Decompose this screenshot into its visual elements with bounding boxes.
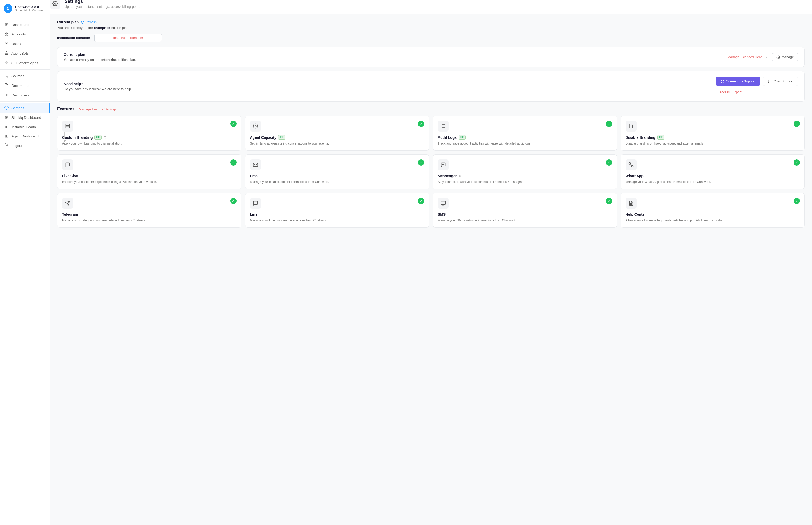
chat-support-button[interactable]: Chat Support [763,77,798,86]
svg-point-7 [7,53,7,54]
feature-name-help-center: Help Center [626,212,646,216]
feature-check-whatsapp: ✓ [794,159,800,166]
feature-name-agent-capacity: Agent Capacity [250,135,276,139]
feature-desc-messenger: Stay connected with your customers on Fa… [438,180,612,184]
settings-header-icon [50,0,60,9]
app-name: Chatwoot 3.8.0 [15,5,43,9]
feature-check-disable-branding: ✓ [794,121,800,127]
svg-point-4 [6,42,7,43]
feature-desc-telegram: Manage your Telegram customer interactio… [62,218,237,223]
sidebar-item-label: Documents [12,84,29,88]
arrow-icon: → [764,55,768,60]
feature-check-help-center: ✓ [794,198,800,204]
feature-card-top: ✓ [250,159,424,170]
feature-name-telegram: Telegram [62,212,78,216]
plan-description: You are currently on the enterprise edit… [57,26,805,30]
sidebar-item-agent-dashboard[interactable]: ⊞ Agent Dashboard [0,132,50,141]
feature-card-live-chat: ✓ Live Chat Improve your customer experi… [57,154,241,189]
refresh-button[interactable]: Refresh [81,20,97,24]
access-support-link[interactable]: Access Support [720,90,741,94]
sources-icon [4,74,9,78]
help-text: Need help? Do you face any issues? We ar… [64,82,132,91]
features-header: Features Manage Feature Settings [57,107,805,111]
feature-card-top: ✓ [250,198,424,209]
refresh-label: Refresh [85,20,97,24]
sidebar-item-responses[interactable]: ✳ Responses [0,90,50,100]
feature-card-top: ✓ [438,121,612,132]
feature-desc-custom-branding: Apply your own branding to this installa… [62,141,237,146]
feature-card-top: ✓ [250,121,424,132]
sidebar-item-label: Agent Dashboard [12,134,39,138]
install-identifier-input[interactable] [94,34,162,42]
svg-rect-1 [7,32,8,33]
feature-name-whatsapp: WhatsApp [626,174,644,178]
feature-check-live-chat: ✓ [230,159,237,166]
sidebar-item-label: Agent Bots [12,51,29,55]
feature-icon-disable-branding [626,121,636,132]
app-logo: C Chatwoot 3.8.0 Super Admin Console [0,0,50,17]
feature-desc-whatsapp: Manage your WhatsApp business interactio… [626,180,800,184]
agent-bots-icon [4,51,9,56]
main-content: Settings Update your instance settings, … [50,0,812,525]
feature-check-messenger: ✓ [606,159,612,166]
features-title: Features [57,107,75,111]
feature-name-messenger: Messenger [438,174,457,178]
sidebar-item-documents[interactable]: Documents [0,81,50,90]
sidebar-item-dashboard[interactable]: ⊞ Dashboard [0,20,50,29]
feature-card-top: ✓ [62,121,237,132]
feature-card-audit-logs: ✓ Audit Logs EE Track and trace account … [433,116,617,151]
feature-name-disable-branding: Disable Branding [626,135,656,139]
manage-button[interactable]: Manage [772,53,798,61]
feature-name-row: Live Chat [62,174,237,178]
platform-apps-icon [4,61,9,65]
feature-card-email: ✓ Email Manage your email customer inter… [245,154,430,189]
sidebar-item-platform-apps[interactable]: 88 Platform Apps [0,58,50,68]
feature-card-top: ✓ [62,159,237,170]
svg-line-27 [723,80,723,81]
logo-icon: C [4,4,13,13]
feature-check-custom-branding: ✓ [230,121,237,127]
feature-icon-help-center [626,198,636,209]
svg-line-16 [6,76,7,77]
feature-name-line: Line [250,212,258,216]
feature-name-row: Line [250,212,424,216]
svg-line-17 [6,75,7,75]
feature-card-agent-capacity: ✓ Agent Capacity EE Set limits to auto-a… [245,116,430,151]
svg-rect-11 [5,63,6,64]
sidebar-item-label: Dashboard [12,23,29,27]
sidebar-item-instance-health[interactable]: ⊞ Instance Health [0,122,50,132]
manage-licenses-link[interactable]: Manage Licenses Here → [727,55,768,60]
community-support-button[interactable]: Community Support [716,77,761,86]
feature-settings-icon[interactable]: ⚙ [103,135,107,139]
documents-icon [4,83,9,88]
ee-badge: EE [458,135,466,139]
content-area: Current plan Refresh You are currently o… [50,14,812,234]
feature-settings-icon[interactable]: ⚙ [458,174,462,178]
sidebar-item-users[interactable]: Users [0,39,50,49]
sidebar-nav: ⊞ Dashboard Accounts Users Agent Bots [0,17,50,525]
sidekiq-icon: ⊞ [4,115,9,120]
feature-card-disable-branding: ✓ Disable Branding EE Disable branding o… [621,116,805,151]
help-card: Need help? Do you face any issues? We ar… [57,71,805,102]
feature-desc-live-chat: Improve your customer experience using a… [62,180,237,184]
sidebar-item-label: Sources [12,74,25,78]
feature-card-top: ✓ [626,121,800,132]
sidebar-item-logout[interactable]: Logout [0,141,50,150]
svg-line-25 [723,81,723,82]
sidebar-item-sources[interactable]: Sources [0,71,50,81]
svg-rect-29 [66,124,70,128]
sidebar-item-sidekiq[interactable]: ⊞ Sidekiq Dashboard [0,113,50,122]
sidebar-item-label: Accounts [12,32,26,36]
manage-feature-settings-link[interactable]: Manage Feature Settings [79,107,117,111]
feature-name-row: SMS [438,212,612,216]
sidebar-item-agent-bots[interactable]: Agent Bots [0,49,50,58]
feature-card-top: ✓ [626,198,800,209]
feature-name-row: Help Center [626,212,800,216]
feature-icon-telegram [62,198,73,209]
sidebar-item-accounts[interactable]: Accounts [0,29,50,39]
sidebar-item-settings[interactable]: Settings [0,103,50,113]
feature-icon-whatsapp [626,159,636,170]
sidebar-item-label: Users [12,42,20,46]
instance-health-icon: ⊞ [4,124,9,129]
users-icon [4,41,9,46]
